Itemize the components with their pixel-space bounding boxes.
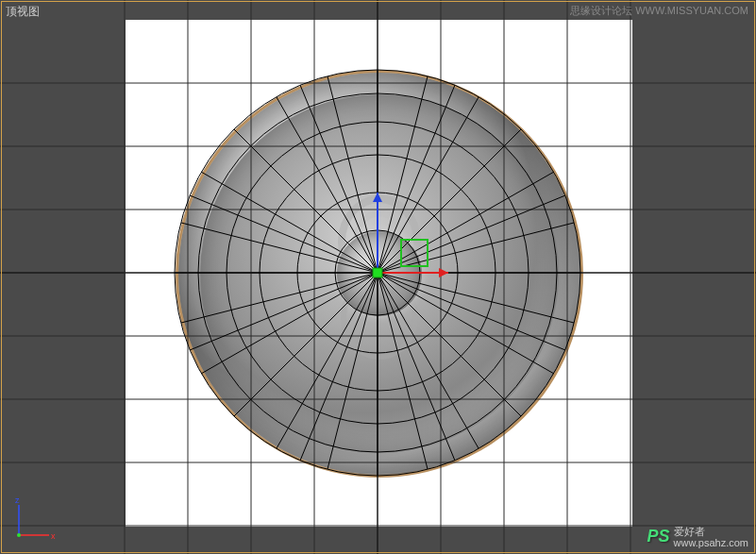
can-top-texture (176, 70, 583, 478)
watermark-text: 爱好者 www.psahz.com (674, 526, 748, 548)
ps-logo-icon: PS (647, 527, 670, 546)
svg-text:z: z (15, 495, 20, 505)
viewport-label: 顶视图 (6, 4, 40, 20)
viewport[interactable]: 顶视图 (0, 0, 756, 554)
axis-indicator: z x (11, 495, 59, 543)
watermark-bottom: PS 爱好者 www.psahz.com (647, 526, 749, 548)
svg-text:x: x (51, 531, 56, 541)
watermark-top: 思缘设计论坛 WWW.MISSYUAN.COM (570, 4, 748, 18)
can-inner-ring (200, 94, 559, 453)
reference-plane (126, 20, 632, 527)
can-center-dome (337, 231, 422, 316)
svg-point-52 (17, 533, 21, 537)
